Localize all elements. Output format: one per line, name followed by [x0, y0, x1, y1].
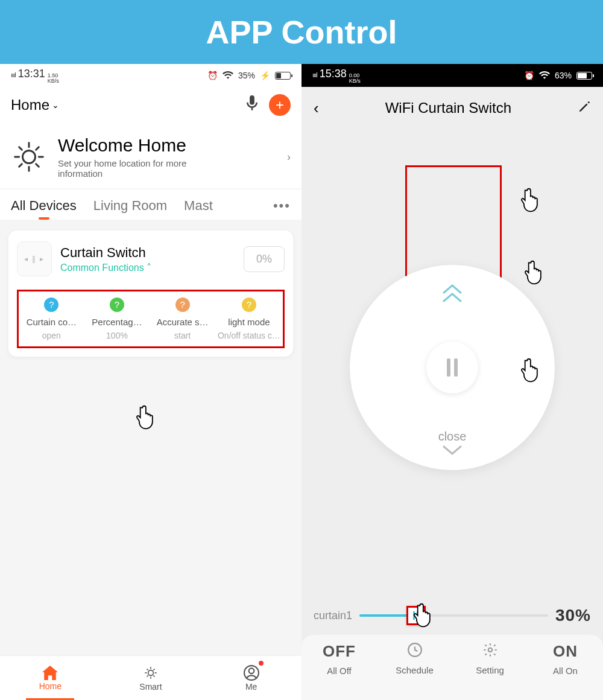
- nav-smart[interactable]: Smart: [101, 656, 201, 700]
- chevron-down-icon: ⌄: [52, 100, 59, 110]
- nav-home[interactable]: Home: [0, 656, 101, 700]
- svg-line-14: [147, 669, 148, 670]
- control-wheel: close: [350, 265, 555, 470]
- tab-living-room[interactable]: Living Room: [93, 198, 167, 214]
- action-setting[interactable]: Setting: [452, 642, 528, 700]
- welcome-card[interactable]: Welcome Home Set your home location for …: [0, 123, 302, 188]
- svg-line-15: [153, 675, 154, 676]
- function-light-mode[interactable]: ? light mode On/off status c…: [215, 298, 283, 340]
- status-bar-right: ıııl 15:38 0.00KB/s ⏰ 63%: [302, 64, 603, 87]
- alarm-icon: ⏰: [207, 71, 218, 80]
- hand-cursor-icon: [520, 259, 546, 286]
- svg-line-16: [147, 675, 148, 676]
- svg-line-8: [36, 147, 39, 150]
- slider-percent: 30%: [555, 606, 591, 625]
- clock-icon: [377, 642, 452, 661]
- function-accurate[interactable]: ? Accurate s… start: [150, 298, 215, 340]
- battery-percent: 63%: [555, 71, 572, 80]
- notification-dot-icon: [259, 661, 264, 666]
- nav-me[interactable]: Me: [201, 656, 302, 700]
- mic-icon[interactable]: [246, 95, 258, 115]
- function-curtain-control[interactable]: ? Curtain co… open: [19, 298, 84, 340]
- alarm-icon: ⏰: [524, 71, 534, 80]
- status-kbs: 1.50KB/s: [48, 73, 59, 84]
- welcome-subtitle: Set your home location for more informat…: [58, 158, 227, 179]
- tab-master[interactable]: Mast: [184, 198, 213, 214]
- edit-button[interactable]: [578, 100, 591, 116]
- svg-point-9: [148, 670, 154, 675]
- open-button[interactable]: [438, 282, 467, 308]
- home-icon: [42, 666, 58, 680]
- gear-icon: [452, 642, 528, 661]
- slider-thumb[interactable]: [406, 606, 426, 625]
- room-tabs: All Devices Living Room Mast •••: [0, 189, 302, 220]
- status-time: 15:38: [320, 68, 347, 80]
- chevron-right-icon: ›: [287, 151, 291, 164]
- welcome-title: Welcome Home: [58, 135, 227, 156]
- charge-icon: ⚡: [260, 71, 270, 80]
- device-percent: 0%: [244, 246, 285, 272]
- tab-all-devices[interactable]: All Devices: [11, 198, 77, 214]
- svg-line-17: [153, 669, 154, 670]
- home-dropdown[interactable]: Home ⌄: [11, 97, 59, 113]
- battery-percent: 35%: [238, 71, 255, 80]
- svg-line-6: [36, 164, 39, 167]
- add-button[interactable]: +: [269, 94, 291, 116]
- functions-row: ? Curtain co… open ? Percentag… 100% ? A…: [17, 290, 285, 348]
- tabs-more-icon[interactable]: •••: [273, 198, 291, 214]
- slider-label: curtain1: [314, 609, 352, 622]
- bottom-actions: OFF All Off Schedule Setting ON All On: [302, 635, 603, 700]
- battery-icon: [275, 72, 291, 80]
- user-icon: [244, 665, 259, 681]
- back-button[interactable]: ‹: [314, 99, 319, 118]
- action-schedule[interactable]: Schedule: [377, 642, 452, 700]
- slider-row: curtain1 30%: [302, 606, 603, 635]
- device-title: WiFi Curtain Switch: [319, 100, 578, 116]
- device-control-screen: ıııl 15:38 0.00KB/s ⏰ 63% ‹ WiFi Curtain…: [302, 64, 603, 700]
- bottom-nav: Home Smart Me: [0, 655, 302, 700]
- status-kbs: 0.00KB/s: [349, 73, 361, 84]
- svg-line-7: [19, 164, 22, 167]
- top-bar: Home ⌄ +: [0, 87, 302, 123]
- action-all-on[interactable]: ON All On: [528, 642, 603, 700]
- hand-cursor-icon: [131, 404, 158, 431]
- device-name: Curtain Switch: [60, 245, 151, 261]
- action-all-off[interactable]: OFF All Off: [302, 642, 377, 700]
- signal-icon: ıııl: [312, 71, 317, 78]
- signal-icon: ıııl: [11, 71, 16, 78]
- wifi-icon: [539, 71, 550, 81]
- common-functions-toggle[interactable]: Common Functions ˄: [60, 262, 151, 273]
- status-bar-left: ıııl 13:31 1.50KB/s ⏰ 35% ⚡: [0, 64, 302, 87]
- banner-title: APP Control: [0, 0, 603, 64]
- pause-button[interactable]: [426, 342, 478, 393]
- wifi-icon: [223, 71, 233, 81]
- sun-icon: [11, 139, 47, 175]
- function-percentage[interactable]: ? Percentag… 100%: [84, 298, 150, 340]
- svg-point-19: [248, 668, 254, 673]
- device-card[interactable]: ◂ ‖ ▸ Curtain Switch Common Functions ˄ …: [8, 231, 293, 357]
- svg-point-0: [23, 151, 36, 164]
- home-screen: ıııl 13:31 1.50KB/s ⏰ 35% ⚡ Home ⌄: [0, 64, 302, 700]
- sun-outline-icon: [143, 665, 159, 681]
- device-header: ‹ WiFi Curtain Switch: [302, 87, 603, 129]
- hand-cursor-icon: [516, 187, 543, 214]
- battery-icon: [576, 72, 592, 80]
- svg-line-5: [19, 147, 22, 150]
- svg-point-21: [488, 648, 492, 652]
- status-time: 13:31: [18, 68, 45, 80]
- device-icon: ◂ ‖ ▸: [17, 241, 52, 276]
- slider-track[interactable]: [359, 614, 548, 617]
- close-button[interactable]: [440, 441, 464, 460]
